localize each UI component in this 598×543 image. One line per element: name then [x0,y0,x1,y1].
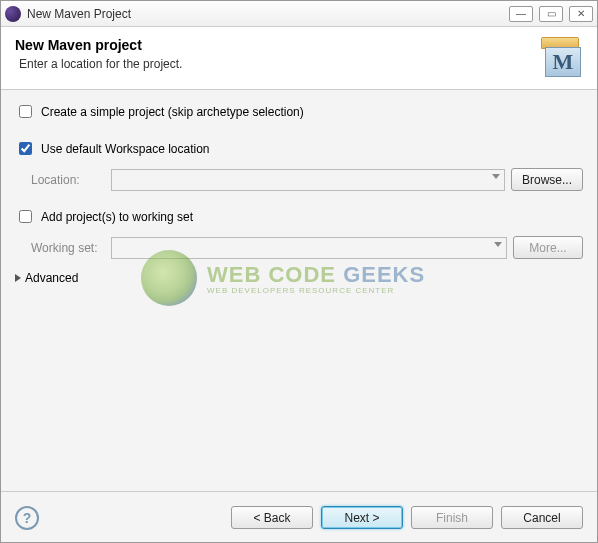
location-field[interactable] [111,169,505,191]
default-location-label: Use default Workspace location [41,142,210,156]
location-label: Location: [31,173,111,187]
working-set-checkbox[interactable]: Add project(s) to working set [15,207,193,226]
working-set-checkbox-label: Add project(s) to working set [41,210,193,224]
title-bar: New Maven Project — ▭ ✕ [1,1,597,27]
default-location-checkbox[interactable]: Use default Workspace location [15,139,210,158]
dialog-footer: ? < Back Next > Finish Cancel [1,491,597,543]
simple-project-label: Create a simple project (skip archetype … [41,105,304,119]
working-set-label: Working set: [31,241,111,255]
window-controls: — ▭ ✕ [509,6,593,22]
eclipse-icon [5,6,21,22]
maximize-button[interactable]: ▭ [539,6,563,22]
back-button[interactable]: < Back [231,506,313,529]
caret-right-icon [15,274,21,282]
finish-button[interactable]: Finish [411,506,493,529]
next-button[interactable]: Next > [321,506,403,529]
advanced-label: Advanced [25,271,78,285]
help-icon[interactable]: ? [15,506,39,530]
default-location-input[interactable] [19,142,32,155]
more-button[interactable]: More... [513,236,583,259]
dialog-header: New Maven project Enter a location for t… [1,27,597,90]
working-set-input[interactable] [19,210,32,223]
simple-project-input[interactable] [19,105,32,118]
cancel-button[interactable]: Cancel [501,506,583,529]
close-button[interactable]: ✕ [569,6,593,22]
page-title: New Maven project [15,37,535,53]
minimize-button[interactable]: — [509,6,533,22]
maven-icon: M [535,37,583,77]
window-title: New Maven Project [27,7,509,21]
browse-button[interactable]: Browse... [511,168,583,191]
advanced-toggle[interactable]: Advanced [15,271,583,285]
simple-project-checkbox[interactable]: Create a simple project (skip archetype … [15,102,304,121]
page-subtitle: Enter a location for the project. [15,57,535,71]
dialog-content: Create a simple project (skip archetype … [1,90,597,491]
working-set-field[interactable] [111,237,507,259]
chevron-down-icon [494,242,502,247]
watermark-line2: WEB DEVELOPERS RESOURCE CENTER [207,286,425,295]
chevron-down-icon [492,174,500,179]
